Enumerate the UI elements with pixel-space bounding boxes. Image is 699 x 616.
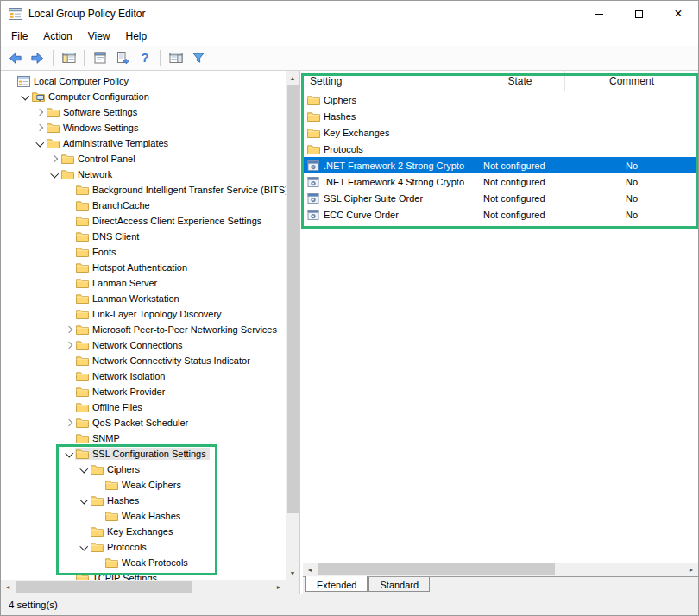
chevron-expanded-icon[interactable] (63, 448, 75, 460)
setting-row-ciphers[interactable]: Ciphers (303, 91, 698, 108)
setting-name-cell: .NET Framework 2 Strong Crypto (303, 160, 475, 171)
tree-item-ciphers[interactable]: Ciphers (1, 462, 286, 477)
column-header-comment[interactable]: Comment (565, 71, 698, 91)
tree-hscroll-thumb[interactable] (16, 581, 192, 593)
tree-item-weak-protocols[interactable]: Weak Protocols (1, 555, 286, 570)
back-button[interactable] (5, 48, 25, 68)
setting-row-net-framework-4-strong-crypto[interactable]: .NET Framework 4 Strong CryptoNot config… (303, 173, 698, 190)
tree-vertical-scrollbar[interactable]: ▲ ▼ (286, 71, 299, 580)
tree-item-network-isolation[interactable]: Network Isolation (1, 368, 286, 384)
tree-item-control-panel[interactable]: Control Panel (1, 151, 286, 167)
minimize-button[interactable] (579, 1, 619, 27)
tree-item-software-settings[interactable]: Software Settings (1, 104, 286, 120)
status-bar: 4 setting(s) (1, 594, 698, 615)
tree-item-offline-files[interactable]: Offline Files (1, 399, 286, 415)
list-hscroll-thumb[interactable] (318, 563, 555, 575)
tree-item-local-computer-policy[interactable]: Local Computer Policy (1, 73, 286, 89)
column-header-state[interactable]: State (475, 71, 565, 91)
chevron-collapsed-icon[interactable] (34, 122, 46, 134)
scroll-left-arrow-icon[interactable]: ◄ (1, 580, 15, 594)
folder-icon (76, 418, 89, 428)
tree-horizontal-scrollbar[interactable]: ◄ ► (1, 580, 286, 594)
setting-row-key-exchanges[interactable]: Key Exchanges (303, 124, 698, 141)
scroll-down-arrow-icon[interactable]: ▼ (286, 566, 299, 580)
export-list-button[interactable] (112, 48, 132, 68)
tree-item-protocols[interactable]: Protocols (1, 539, 286, 555)
chevron-collapsed-icon[interactable] (63, 417, 75, 429)
setting-comment: No (565, 160, 698, 171)
menu-file[interactable]: File (3, 28, 35, 45)
tree-item-computer-configuration[interactable]: Computer Configuration (1, 89, 286, 104)
folder-icon (76, 355, 89, 366)
tree-vscroll-thumb[interactable] (287, 85, 299, 513)
properties-button[interactable] (90, 48, 110, 68)
setting-row-ssl-cipher-suite-order[interactable]: SSL Cipher Suite OrderNot configuredNo (303, 190, 698, 206)
tree-item-label: Administrative Templates (63, 138, 168, 148)
forward-button[interactable] (28, 48, 47, 68)
tree-item-hotspot-authentication[interactable]: Hotspot Authentication (1, 260, 286, 275)
scroll-right-arrow-icon[interactable]: ► (684, 563, 698, 576)
chevron-collapsed-icon[interactable] (48, 153, 60, 165)
tree-item-windows-settings[interactable]: Windows Settings (1, 120, 286, 135)
tree-item-network-connectivity-status-indicator[interactable]: Network Connectivity Status Indicator (1, 353, 286, 368)
list-horizontal-scrollbar[interactable]: ◄ ► (303, 563, 698, 576)
tree-item-background-intelligent-transfer-service-bits[interactable]: Background Intelligent Transfer Service … (1, 182, 286, 198)
tree-item-administrative-templates[interactable]: Administrative Templates (1, 135, 286, 151)
chevron-expanded-icon[interactable] (34, 137, 46, 149)
filter-button[interactable] (188, 48, 208, 68)
show-console-tree-button[interactable] (59, 48, 79, 68)
scroll-up-arrow-icon[interactable]: ▲ (286, 71, 299, 85)
tree-item-weak-ciphers[interactable]: Weak Ciphers (1, 477, 286, 493)
setting-row-protocols[interactable]: Protocols (303, 141, 698, 157)
scroll-left-arrow-icon[interactable]: ◄ (303, 563, 317, 576)
tree-item-microsoft-peer-to-peer-networking-services[interactable]: Microsoft Peer-to-Peer Networking Servic… (1, 322, 286, 337)
close-button[interactable]: × (658, 1, 698, 27)
chevron-collapsed-icon[interactable] (34, 106, 46, 118)
tree-item-branchcache[interactable]: BranchCache (1, 198, 286, 213)
chevron-collapsed-icon[interactable] (63, 339, 75, 351)
chevron-expanded-icon[interactable] (78, 463, 90, 475)
help-button[interactable]: ? (135, 48, 154, 68)
tree-item-lanman-server[interactable]: Lanman Server (1, 275, 286, 291)
setting-name: Protocols (324, 144, 363, 154)
tree-item-fonts[interactable]: Fonts (1, 244, 286, 260)
tree-item-lanman-workstation[interactable]: Lanman Workstation (1, 291, 286, 306)
menu-help[interactable]: Help (118, 28, 155, 45)
chevron-expanded-icon[interactable] (78, 541, 90, 553)
chevron-spacer (63, 215, 75, 227)
setting-name-cell: Hashes (303, 111, 475, 122)
setting-row-ecc-curve-order[interactable]: ECC Curve OrderNot configuredNo (303, 206, 698, 223)
tree-item-hashes[interactable]: Hashes (1, 493, 286, 508)
tree-item-snmp[interactable]: SNMP (1, 431, 286, 446)
tree-item-directaccess-client-experience-settings[interactable]: DirectAccess Client Experience Settings (1, 213, 286, 229)
chevron-expanded-icon[interactable] (19, 91, 31, 103)
tree-item-link-layer-topology-discovery[interactable]: Link-Layer Topology Discovery (1, 306, 286, 322)
menu-view[interactable]: View (80, 28, 118, 45)
tree-item-network-provider[interactable]: Network Provider (1, 384, 286, 399)
tree-item-qos-packet-scheduler[interactable]: QoS Packet Scheduler (1, 415, 286, 431)
tab-standard[interactable]: Standard (368, 577, 430, 592)
scroll-right-arrow-icon[interactable]: ► (272, 580, 286, 594)
chevron-collapsed-icon[interactable] (63, 324, 75, 336)
tree-item-ssl-configuration-settings[interactable]: SSL Configuration Settings (1, 446, 286, 462)
tree-item-network-connections[interactable]: Network Connections (1, 337, 286, 353)
chevron-expanded-icon[interactable] (78, 494, 90, 506)
chevron-expanded-icon[interactable] (48, 168, 60, 180)
setting-icon (307, 177, 320, 187)
setting-name-cell: SSL Cipher Suite Order (303, 193, 475, 204)
setting-row-net-framework-2-strong-crypto[interactable]: .NET Framework 2 Strong CryptoNot config… (303, 157, 698, 173)
tree-item-dns-client[interactable]: DNS Client (1, 229, 286, 244)
menu-action[interactable]: Action (35, 28, 79, 45)
column-header-setting[interactable]: Setting (303, 71, 475, 91)
folder-icon (76, 293, 89, 304)
chevron-spacer (78, 525, 90, 537)
tree-item-network[interactable]: Network (1, 167, 286, 182)
setting-row-hashes[interactable]: Hashes (303, 108, 698, 124)
tree-item-key-exchanges[interactable]: Key Exchanges (1, 524, 286, 539)
tree-item-weak-hashes[interactable]: Weak Hashes (1, 508, 286, 524)
show-action-pane-button[interactable] (166, 48, 186, 68)
tree-item-tcpip-settings[interactable]: TCPIP Settings (1, 570, 286, 580)
maximize-button[interactable] (619, 1, 658, 27)
tree-item-label: Weak Hashes (122, 511, 180, 521)
tab-extended[interactable]: Extended (305, 576, 368, 592)
